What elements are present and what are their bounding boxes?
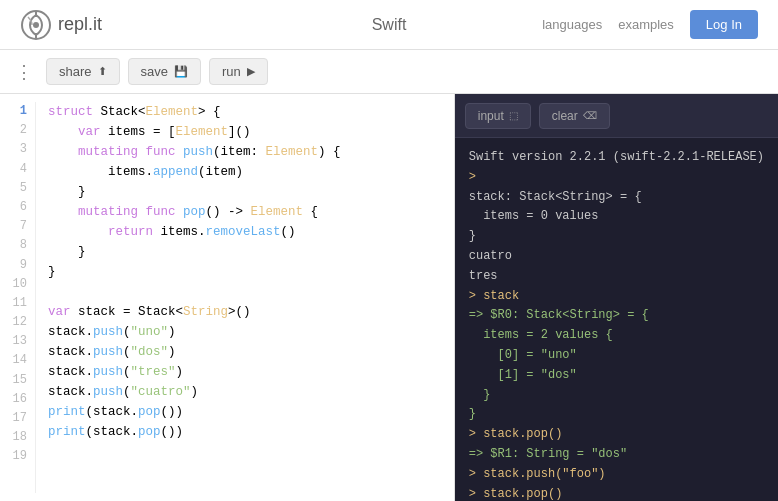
logo-icon — [20, 9, 52, 41]
examples-link[interactable]: examples — [618, 17, 674, 32]
toolbar: ⋮ share ⬆ save 💾 run ▶ — [0, 50, 778, 94]
output-r0: => $R0: Stack<String> = { — [469, 306, 764, 326]
clear-label: clear — [552, 109, 578, 123]
line-numbers: 1 2 3 4 5 6 7 8 9 10 11 12 13 14 15 16 1… — [0, 102, 36, 493]
output-item-1: [1] = "dos" — [469, 366, 764, 386]
output-tres: tres — [469, 267, 764, 287]
share-button[interactable]: share ⬆ — [46, 58, 120, 85]
output-brace-1: } — [469, 227, 764, 247]
output-prompt-push: > stack.push("foo") — [469, 465, 764, 485]
output-prompt-stack: > stack — [469, 287, 764, 307]
code-text[interactable]: struct Stack<Element> { var items = [Ele… — [36, 102, 454, 493]
logo[interactable]: repl.it — [20, 9, 102, 41]
header: repl.it Swift languages examples Log In — [0, 0, 778, 50]
clear-button[interactable]: clear ⌫ — [539, 103, 610, 129]
editor-panel: 1 2 3 4 5 6 7 8 9 10 11 12 13 14 15 16 1… — [0, 94, 455, 501]
run-label: run — [222, 64, 241, 79]
header-title: Swift — [372, 16, 407, 34]
login-button[interactable]: Log In — [690, 10, 758, 39]
output-panel: input ⬚ clear ⌫ Swift version 2.2.1 (swi… — [455, 94, 778, 501]
output-items-2: items = 2 values { — [469, 326, 764, 346]
output-stack-1: stack: Stack<String> = { — [469, 188, 764, 208]
header-nav: languages examples Log In — [542, 10, 758, 39]
output-prompt-1: > — [469, 168, 764, 188]
output-r1: => $R1: String = "dos" — [469, 445, 764, 465]
share-icon: ⬆ — [98, 65, 107, 78]
svg-point-1 — [33, 22, 39, 28]
main-area: 1 2 3 4 5 6 7 8 9 10 11 12 13 14 15 16 1… — [0, 94, 778, 501]
share-label: share — [59, 64, 92, 79]
clear-icon: ⌫ — [583, 110, 597, 121]
output-prompt-pop: > stack.pop() — [469, 425, 764, 445]
languages-link[interactable]: languages — [542, 17, 602, 32]
save-label: save — [141, 64, 168, 79]
code-editor[interactable]: 1 2 3 4 5 6 7 8 9 10 11 12 13 14 15 16 1… — [0, 94, 454, 501]
output-items-0: items = 0 values — [469, 207, 764, 227]
save-button[interactable]: save 💾 — [128, 58, 201, 85]
input-icon: ⬚ — [509, 110, 518, 121]
output-brace-2: } — [469, 386, 764, 406]
run-button[interactable]: run ▶ — [209, 58, 268, 85]
input-button[interactable]: input ⬚ — [465, 103, 531, 129]
output-version: Swift version 2.2.1 (swift-2.2.1-RELEASE… — [469, 148, 764, 168]
output-toolbar: input ⬚ clear ⌫ — [455, 94, 778, 138]
output-brace-3: } — [469, 405, 764, 425]
save-icon: 💾 — [174, 65, 188, 78]
logo-text: repl.it — [58, 14, 102, 35]
run-icon: ▶ — [247, 65, 255, 78]
output-prompt-pop2: > stack.pop() — [469, 485, 764, 501]
input-label: input — [478, 109, 504, 123]
output-item-0: [0] = "uno" — [469, 346, 764, 366]
output-content: Swift version 2.2.1 (swift-2.2.1-RELEASE… — [455, 138, 778, 501]
output-cuatro: cuatro — [469, 247, 764, 267]
menu-icon[interactable]: ⋮ — [10, 58, 38, 86]
